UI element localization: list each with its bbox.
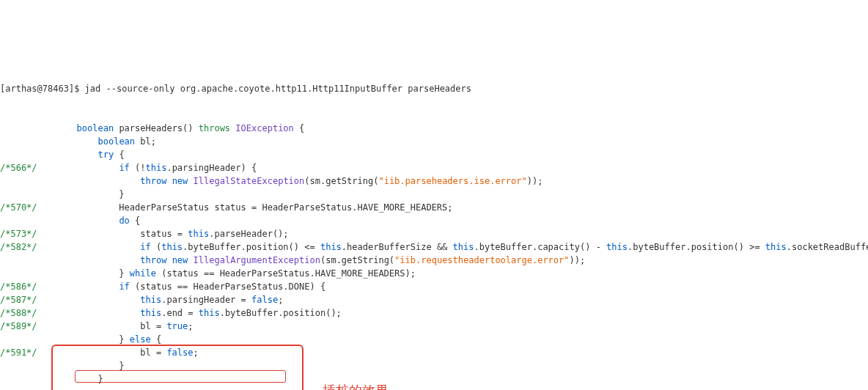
code-content: if (status == HeaderParseStatus.DONE) { [40,282,326,292]
token: .parsingHeader) { [166,163,257,173]
line-marker: /*591*/ [0,346,40,359]
token: while [130,268,156,279]
token: bl = [40,321,166,331]
token [40,242,140,252]
code-content: this.parsingHeader = false; [40,295,283,305]
code-content: this.end = this.byteBuffer.position(); [40,308,342,318]
token [40,308,140,318]
token: )); [527,176,543,186]
code-content: boolean bl; [40,136,156,147]
token: parseHeaders() [114,123,199,133]
line-marker: /*566*/ [0,161,40,174]
token: ( [151,242,161,252]
line-marker: /*586*/ [0,280,40,293]
token: } [40,361,125,371]
token: throw [140,176,166,186]
token: ; [188,321,193,331]
code-content: if (!this.parsingHeader) { [40,163,257,173]
code-line: } [0,188,868,201]
token: { [294,123,304,133]
prompt-line: [arthas@78463]$ jad --source-only org.ap… [0,82,868,95]
token [40,295,140,305]
code-content: throw new IllegalStateException(sm.getSt… [40,176,542,186]
token: false [251,295,278,305]
code-content: if (this.byteBuffer.position() <= this.h… [40,242,868,252]
shell-command: jad --source-only org.apache.coyote.http… [85,84,471,94]
code-content: } [40,189,125,199]
token: } [40,374,103,384]
token [40,282,119,292]
token: .parseHeader(); [209,229,288,239]
token: HeaderParseStatus status = HeaderParseSt… [40,202,453,213]
token: this [140,295,161,305]
token: this [140,308,161,318]
code-line: try { [0,148,868,161]
token: (status == HeaderParseStatus.DONE) { [130,282,326,292]
token: boolean [98,136,135,147]
code-line: } [0,372,868,386]
code-line: /*589*/ bl = true; [0,320,868,333]
code-content: } while (status == HeaderParseStatus.HAV… [40,268,416,279]
token [40,163,119,173]
token: (sm.getString( [320,255,394,265]
token: (status == HeaderParseStatus.HAVE_MORE_H… [156,268,416,279]
token: .socketReadBufferSize) [787,242,868,252]
token: .headerBufferSize && [342,242,453,252]
code-content: throw new IllegalArgumentException(sm.ge… [40,255,585,265]
code-line: } while (status == HeaderParseStatus.HAV… [0,267,868,280]
token: "iib.requestheadertoolarge.error" [394,255,569,265]
token [166,176,172,186]
token: else [130,334,151,345]
token [188,176,193,186]
token: bl; [135,136,156,147]
token [188,255,193,265]
token: throw [140,255,166,265]
token: .byteBuffer.position() <= [183,242,320,252]
code-line: /*582*/ if (this.byteBuffer.position() <… [0,240,868,254]
code-line [0,386,868,390]
code-line: /*591*/ bl = false; [0,346,868,359]
token: this [161,242,183,252]
code-content: boolean parseHeaders() throws IOExceptio… [40,123,304,133]
code-content: try { [40,150,125,160]
token [40,176,140,186]
code-line: } else { [0,333,868,346]
token: .end = [161,308,199,318]
code-line: /*566*/ if (!this.parsingHeader) { [0,161,868,174]
token: if [119,282,129,292]
token: } [40,189,125,199]
token [40,136,98,147]
token: .byteBuffer.position() >= [628,242,765,252]
code-content: bl = true; [40,321,194,331]
token: this [146,163,167,173]
code-content: } [40,361,125,371]
token: this [606,242,628,252]
token: this [188,229,209,239]
code-line: throw new IllegalStateException(sm.getSt… [0,174,868,188]
line-marker: /*588*/ [0,306,40,320]
code-line: boolean bl; [0,135,868,148]
token: this [199,308,220,318]
token [40,255,140,265]
token: ; [278,295,283,305]
token [40,150,98,160]
line-marker: /*589*/ [0,320,40,333]
token: if [119,163,129,173]
token: status = [40,229,188,239]
token: IllegalArgumentException [194,255,320,265]
token: true [166,321,188,331]
token: this [765,242,787,252]
token: bl = [40,347,166,358]
token [40,123,77,133]
line-marker: /*587*/ [0,293,40,306]
code-line: throw new IllegalArgumentException(sm.ge… [0,254,868,267]
code-line: boolean parseHeaders() throws IOExceptio… [0,122,868,135]
token: .byteBuffer.position(); [220,308,342,318]
code-content: } [40,374,103,384]
token: .byteBuffer.capacity() - [474,242,606,252]
token: (! [130,163,146,173]
code-content: status = this.parseHeader(); [40,229,289,239]
line-marker: /*582*/ [0,240,40,254]
token: (sm.getString( [304,176,378,186]
token: } [40,334,130,345]
